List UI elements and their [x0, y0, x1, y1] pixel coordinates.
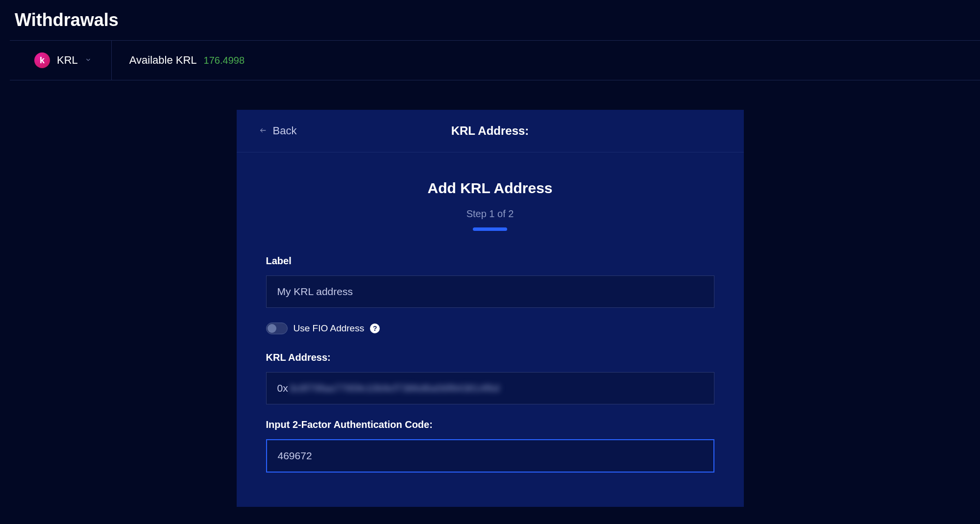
address-field-label: KRL Address:	[266, 352, 714, 363]
coin-selector[interactable]: k KRL	[10, 41, 112, 80]
header-bar: k KRL Available KRL 176.4998	[10, 40, 980, 80]
panel-header-title: KRL Address:	[451, 124, 529, 138]
progress-bar	[473, 227, 507, 231]
panel-content: Add KRL Address Step 1 of 2 Label Use FI…	[237, 152, 744, 507]
arrow-left-icon	[258, 125, 268, 137]
address-prefix: 0x	[277, 382, 288, 394]
page-title: Withdrawals	[0, 0, 980, 40]
twofa-input[interactable]	[266, 439, 714, 473]
main-panel: Back KRL Address: Add KRL Address Step 1…	[237, 110, 744, 507]
back-label: Back	[273, 125, 297, 137]
label-form-group: Label	[266, 255, 714, 308]
label-field-label: Label	[266, 255, 714, 267]
available-balance: Available KRL 176.4998	[112, 54, 262, 67]
label-input[interactable]	[266, 275, 714, 308]
form-title: Add KRL Address	[266, 180, 714, 197]
chevron-down-icon	[85, 56, 92, 65]
fio-toggle-row: Use FIO Address ?	[266, 323, 714, 334]
step-indicator: Step 1 of 2	[266, 208, 714, 220]
twofa-form-group: Input 2-Factor Authentication Code:	[266, 419, 714, 473]
toggle-knob	[268, 324, 276, 333]
fio-toggle-label: Use FIO Address	[294, 323, 365, 334]
address-form-group: KRL Address: 0x3c8f79faa7795fe10b9cf7386…	[266, 352, 714, 404]
twofa-field-label: Input 2-Factor Authentication Code:	[266, 419, 714, 430]
panel-header: Back KRL Address:	[237, 110, 744, 152]
available-label: Available KRL	[129, 54, 197, 67]
coin-symbol: KRL	[57, 54, 78, 67]
coin-icon: k	[34, 52, 50, 68]
back-button[interactable]: Back	[258, 125, 297, 137]
address-input[interactable]: 0x3c8f79faa7795fe10b9cf7386d6a56f843814f…	[266, 372, 714, 404]
address-redacted: 3c8f79faa7795fe10b9cf7386d6a56f843814f6d	[289, 382, 500, 394]
fio-toggle[interactable]	[266, 323, 288, 334]
help-icon[interactable]: ?	[370, 324, 380, 333]
available-amount: 176.4998	[204, 55, 245, 66]
